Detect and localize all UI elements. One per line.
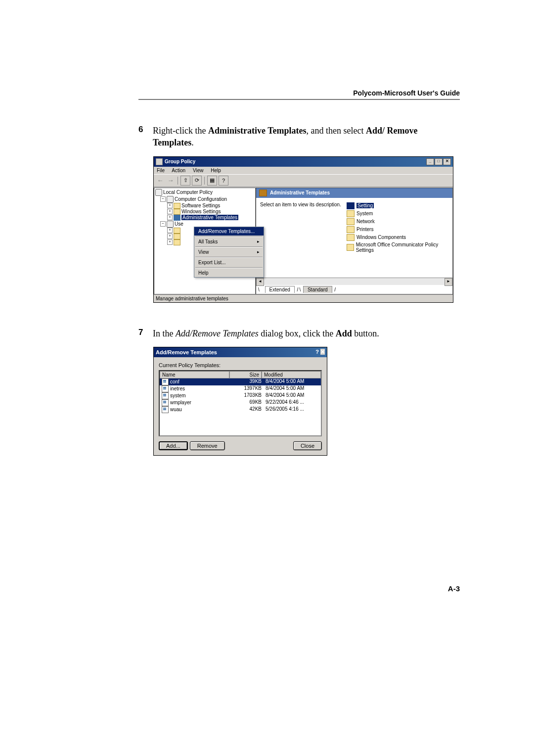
menu-sep [195, 246, 263, 247]
export-icon[interactable]: ▦ [207, 176, 217, 186]
h-scrollbar[interactable]: ◄ ► [256, 278, 452, 285]
folder-icon [347, 226, 355, 233]
list-item-printers[interactable]: Printers [347, 226, 448, 234]
folder-icon [174, 239, 180, 245]
policy-icon [155, 189, 162, 196]
description-text: Select an item to view its description. [260, 202, 342, 274]
tree-panel: Local Computer Policy − Computer Configu… [154, 188, 256, 294]
tree-computer-config[interactable]: − Computer Configuration [155, 196, 254, 203]
folder-icon [347, 218, 355, 225]
status-bar: Manage administrative templates [154, 294, 453, 302]
window-title: Group Policy [165, 159, 195, 164]
folder-icon [174, 209, 180, 215]
panel-header: Administrative Templates [256, 188, 452, 198]
col-modified[interactable]: Modified [262, 371, 321, 378]
remove-button[interactable]: Remove [190, 441, 225, 450]
item-list: Setting System Network Printers Windows … [347, 202, 448, 274]
menu-file[interactable]: File [157, 168, 165, 173]
maximize-icon[interactable]: □ [435, 158, 443, 165]
page-number: A-3 [138, 584, 460, 593]
folder-icon [174, 215, 180, 221]
close-icon[interactable]: ✕ [443, 158, 451, 165]
toolbar-sep [204, 177, 205, 185]
list-item[interactable]: conf 39KB 8/4/2004 5:00 AM [160, 378, 321, 385]
list-item[interactable]: wuau 42KB 5/26/2005 4:16 ... [160, 406, 321, 413]
expand-icon[interactable]: + [167, 239, 173, 245]
folder-icon [174, 234, 180, 239]
menu-sep [195, 236, 263, 237]
menu-sep [195, 267, 263, 268]
list-header: Name Size Modified [160, 371, 321, 378]
close-button[interactable]: Close [293, 441, 322, 450]
tree-windows-settings[interactable]: + Windows Settings [155, 209, 254, 215]
templates-list[interactable]: Name Size Modified conf 39KB 8/4/2004 5:… [159, 370, 322, 436]
folder-icon [174, 203, 180, 209]
expand-icon[interactable]: − [160, 221, 166, 227]
refresh-icon[interactable]: ⟳ [192, 176, 202, 186]
list-item[interactable]: inetres 1397KB 8/4/2004 5:00 AM [160, 385, 321, 392]
group-policy-window: Group Policy _ □ ✕ File Action View Help… [153, 156, 453, 303]
expand-icon[interactable]: + [167, 215, 173, 220]
expand-icon[interactable]: − [160, 196, 166, 202]
minimize-icon[interactable]: _ [426, 158, 434, 165]
list-item[interactable]: wmplayer 69KB 9/22/2004 6:46 ... [160, 399, 321, 406]
up-icon[interactable]: ⇧ [180, 176, 190, 186]
list-item-setting[interactable]: Setting [347, 202, 448, 210]
list-item-network[interactable]: Network [347, 218, 448, 226]
menu-view[interactable]: View [193, 168, 204, 173]
config-icon [167, 196, 174, 203]
menu-action[interactable]: Action [172, 168, 185, 173]
list-item-ms-office-comm[interactable]: Microsoft Office Communicator Policy Set… [347, 241, 448, 253]
ctx-view[interactable]: View [194, 248, 264, 256]
folder-icon [347, 210, 355, 217]
folder-open-icon [259, 189, 267, 196]
page-header: Polycom-Microsoft User's Guide [138, 89, 460, 97]
toolbar: ← → ⇧ ⟳ ▦ ? [154, 174, 453, 187]
toolbar-sep [178, 177, 178, 185]
add-remove-dialog: Add/Remove Templates ? ✕ Current Policy … [153, 347, 327, 456]
tab-extended[interactable]: Extended [265, 286, 295, 293]
folder-icon [347, 234, 355, 241]
config-icon [167, 221, 174, 228]
view-tabs: \ Extended /\ Standard / [256, 285, 452, 294]
titlebar: Group Policy _ □ ✕ [154, 157, 453, 167]
step-number-6: 6 [138, 125, 151, 135]
file-icon [162, 399, 169, 406]
expand-icon[interactable]: + [167, 234, 173, 239]
list-item-system[interactable]: System [347, 210, 448, 218]
file-icon [162, 385, 169, 392]
menu-help[interactable]: Help [211, 168, 221, 173]
help-icon[interactable]: ? [219, 176, 228, 186]
ctx-export[interactable]: Export List... [194, 258, 264, 267]
forward-icon[interactable]: → [166, 176, 175, 185]
add-button[interactable]: Add... [159, 441, 188, 450]
expand-icon[interactable]: + [167, 228, 173, 233]
menubar: File Action View Help [154, 167, 453, 174]
dialog-titlebar: Add/Remove Templates ? ✕ [154, 347, 327, 357]
list-item-windows-components[interactable]: Windows Components [347, 234, 448, 241]
tree-software-settings[interactable]: + Software Settings [155, 203, 254, 209]
file-icon [162, 406, 169, 413]
expand-icon[interactable]: + [167, 209, 173, 214]
context-menu: Add/Remove Templates... All Tasks View E… [194, 227, 264, 278]
list-item[interactable]: system 1703KB 8/4/2004 5:00 AM [160, 392, 321, 399]
expand-icon[interactable]: + [167, 203, 173, 208]
col-size[interactable]: Size [229, 371, 262, 378]
step-6-text: Right-click the Administrative Templates… [153, 125, 440, 149]
col-name[interactable]: Name [160, 371, 229, 378]
close-icon[interactable]: ✕ [320, 349, 325, 355]
help-icon[interactable]: ? [315, 349, 319, 355]
folder-icon [347, 202, 355, 209]
step-number-7: 7 [138, 328, 151, 337]
folder-icon [347, 244, 354, 251]
folder-icon [174, 228, 180, 234]
tree-root[interactable]: Local Computer Policy [155, 189, 254, 196]
ctx-all-tasks[interactable]: All Tasks [194, 237, 264, 246]
back-icon[interactable]: ← [156, 176, 165, 185]
ctx-help[interactable]: Help [194, 269, 264, 277]
list-label: Current Policy Templates: [159, 362, 322, 368]
tab-standard[interactable]: Standard [303, 286, 332, 293]
file-icon [162, 392, 169, 399]
ctx-add-remove[interactable]: Add/Remove Templates... [194, 227, 264, 236]
tree-admin-templates[interactable]: + Administrative Templates [155, 215, 254, 221]
